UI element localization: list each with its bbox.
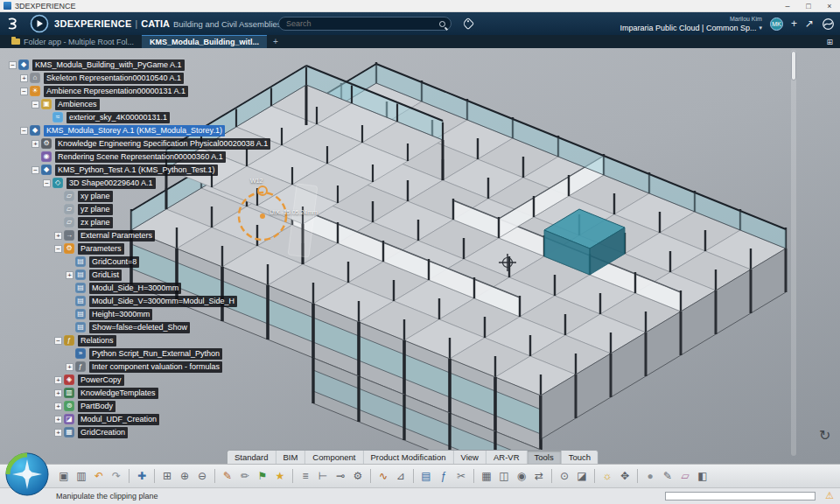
pencil-icon[interactable]: ✎ (220, 468, 235, 484)
tree-row[interactable]: ≈exterior_sky_4K00000131.1 (9, 111, 270, 123)
tree-row[interactable]: ▱zx plane (9, 216, 270, 228)
workbench-tab-view[interactable]: View (454, 451, 486, 464)
tree-node-label[interactable]: KMS_Modula_Building_with_PyGame A.1 (32, 60, 185, 71)
tree-node-label[interactable]: Modul_Side_V=3000mm=Modul_Side_H (89, 296, 237, 307)
light-icon[interactable]: ☼ (599, 468, 615, 484)
add-icon[interactable]: + (791, 18, 797, 29)
maximize-button[interactable]: □ (798, 0, 819, 11)
share-graph-icon[interactable]: ⊸ (332, 468, 348, 484)
collapse-toggle-icon[interactable]: − (32, 101, 39, 108)
zoom-out-icon[interactable]: ⊖ (194, 468, 210, 484)
tree-row[interactable]: ▤Show=false=deleted_Show (9, 321, 270, 333)
expand-toggle-icon[interactable]: + (54, 416, 62, 424)
tree-row[interactable]: +⊚PartBody (9, 400, 270, 412)
tree-node-label[interactable]: KnowledgeTemplates (78, 388, 158, 399)
workbench-tab-touch[interactable]: Touch (562, 451, 598, 464)
tree-node-label[interactable]: Height=3000mm (89, 309, 152, 320)
tree-row[interactable]: −ƒRelations (9, 334, 270, 346)
tree-node-label[interactable]: Python Script_Run_External_Python (89, 348, 222, 360)
swap-icon[interactable]: ⇄ (531, 468, 547, 484)
expand-toggle-icon[interactable]: + (66, 271, 74, 279)
tree-node-label[interactable]: Ambience Representation00000131 A.1 (44, 86, 188, 97)
tree-node-label[interactable]: Relations (78, 335, 116, 346)
tree-row[interactable]: ▱xy plane (9, 190, 270, 202)
tree-row[interactable]: +ƒInter component valuation - formulas (9, 360, 270, 373)
sketch-icon[interactable]: ✎ (660, 468, 676, 484)
tree-row[interactable]: −⚙Parameters (9, 242, 270, 255)
layout-icon[interactable]: ⊞ (826, 38, 833, 46)
warning-icon[interactable]: ⚠ (825, 490, 834, 501)
list-icon[interactable]: ≡ (298, 468, 313, 484)
frame-icon[interactable]: ◫ (496, 468, 512, 484)
camera-icon[interactable]: ◉ (514, 468, 529, 484)
undo-icon[interactable]: ↶ (91, 468, 107, 484)
pen-icon[interactable]: ✏ (237, 468, 253, 484)
tree-node-label[interactable]: xy plane (78, 191, 113, 202)
expand-toggle-icon[interactable]: + (54, 232, 62, 240)
world-icon[interactable] (822, 18, 835, 31)
search-bar[interactable] (278, 17, 452, 31)
tree-row[interactable]: »Python Script_Run_External_Python (9, 347, 270, 360)
tree-row[interactable]: ▱yz plane (9, 203, 270, 215)
tree-row[interactable]: +▦GridCreation (9, 426, 270, 438)
expand-toggle-icon[interactable]: + (20, 74, 28, 82)
search-input[interactable] (284, 18, 436, 29)
new-tab-button[interactable]: + (267, 35, 284, 48)
tree-row[interactable]: −◆KMS_Modula_Storey A.1 (KMS_Modula_Stor… (9, 124, 270, 136)
zoom-in-icon[interactable]: ⊕ (177, 468, 192, 484)
tree-node-label[interactable]: Show=false=deleted_Show (89, 322, 190, 333)
tree-node-label[interactable]: KMS_Modula_Storey A.1 (KMS_Modula_Storey… (44, 125, 225, 136)
section-icon[interactable]: ◪ (574, 468, 590, 484)
tree-row[interactable]: +▤GridList (9, 269, 270, 281)
expand-toggle-icon[interactable]: + (54, 429, 62, 437)
formula-icon[interactable]: ƒ (436, 468, 452, 484)
tree-node-label[interactable]: GridCount=8 (89, 256, 139, 268)
collapse-toggle-icon[interactable]: − (32, 166, 39, 174)
tree-row[interactable]: +→External Parameters (9, 229, 270, 242)
expand-toggle-icon[interactable]: + (32, 140, 39, 148)
flag-icon[interactable]: ⚑ (255, 468, 270, 484)
tree-node-label[interactable]: GridCreation (78, 427, 128, 438)
tree-row[interactable]: −◆KMS_Python_Test A.1 (KMS_Python_Test.1… (9, 164, 270, 176)
tree-node-label[interactable]: GridList (89, 270, 122, 281)
tree-node-label[interactable]: KMS_Python_Test A.1 (KMS_Python_Test.1) (55, 164, 218, 176)
tree-node-label[interactable]: Parameters (78, 243, 124, 255)
tab-kms-modula-building[interactable]: KMS_Modula_Building_witl... (142, 35, 267, 48)
workbench-tab-tools[interactable]: Tools (528, 451, 562, 464)
catalog-icon[interactable]: ▤ (418, 468, 434, 484)
tree-node-label[interactable]: Ambiences (55, 99, 100, 110)
workbench-tab-product-modification[interactable]: Product Modification (363, 451, 453, 464)
tree-row[interactable]: ▤GridCount=8 (9, 256, 270, 268)
compass-icon[interactable] (30, 14, 49, 33)
tree-node-label[interactable]: External Parameters (78, 230, 155, 242)
tree-node-label[interactable]: Modul_UDF_Creation (78, 414, 159, 425)
workbench-tab-component[interactable]: Component (305, 451, 363, 464)
paste-icon[interactable]: ▣ (56, 468, 72, 484)
expand-toggle-icon[interactable]: + (54, 389, 62, 397)
tree-node-label[interactable]: Modul_Side_H=3000mm (89, 283, 181, 294)
measure-icon[interactable]: ⊿ (393, 468, 409, 484)
star-icon[interactable]: ★ (272, 468, 288, 484)
tree-node-label[interactable]: PartBody (78, 401, 116, 412)
knife-icon[interactable]: ✂ (453, 468, 469, 484)
print-icon[interactable]: ⊞ (159, 468, 175, 484)
expand-toggle-icon[interactable]: + (54, 402, 62, 410)
workbench-tab-bim[interactable]: BIM (276, 451, 305, 464)
copy-icon[interactable]: ▥ (74, 468, 89, 484)
share-icon[interactable]: ↗ (805, 18, 814, 29)
tree-row[interactable]: −◇3D Shape00229640 A.1 (9, 177, 270, 189)
workbench-tab-ar-vr[interactable]: AR-VR (486, 451, 528, 464)
tenant-selector[interactable]: Impararia Public Cloud | Common Sp... ▾ (620, 24, 762, 32)
tab-folder-app[interactable]: Folder app - Multiple Root Fol... (4, 35, 142, 48)
collapse-toggle-icon[interactable]: − (54, 245, 62, 253)
tree-node-label[interactable]: Inter component valuation - formulas (89, 361, 222, 373)
tree-row[interactable]: −☀Ambience Representation00000131 A.1 (9, 85, 270, 97)
plug-icon[interactable]: ∿ (375, 468, 391, 484)
avatar[interactable]: MK (770, 18, 783, 31)
expand-toggle-icon[interactable]: + (54, 376, 62, 384)
revolve-icon[interactable]: ⊙ (556, 468, 572, 484)
tree-row[interactable]: +⌂Skeleton Representation00010540 A.1 (9, 72, 270, 84)
viewport-scrollbar-thumb[interactable] (791, 51, 796, 80)
status-input-box[interactable] (665, 492, 816, 500)
sphere-icon[interactable]: ● (642, 468, 658, 484)
